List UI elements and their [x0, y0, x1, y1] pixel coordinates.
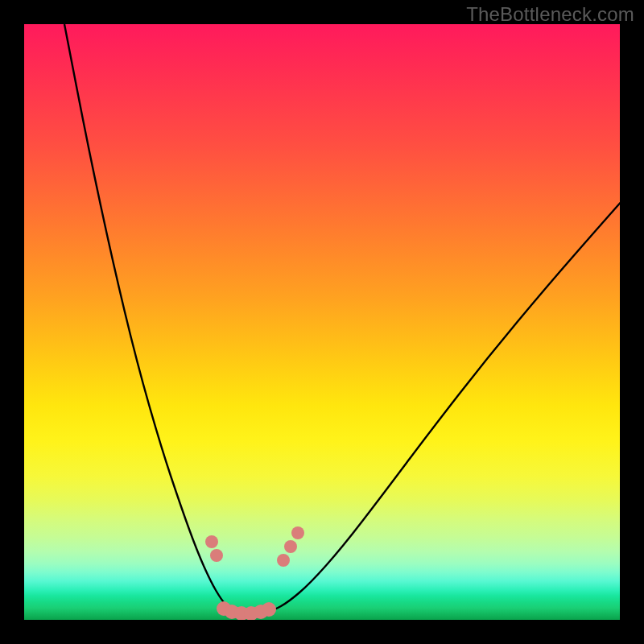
watermark-label: TheBottleneck.com — [466, 3, 634, 26]
curve-layer — [24, 24, 620, 620]
marker-dot — [210, 549, 223, 562]
marker-dot — [284, 540, 297, 553]
marker-group — [205, 526, 304, 620]
marker-dot — [262, 602, 276, 617]
marker-dot — [291, 526, 304, 539]
bottleneck-left-curve — [64, 24, 235, 612]
marker-dot — [205, 535, 218, 548]
plot-area — [24, 24, 620, 620]
bottleneck-right-curve — [266, 185, 620, 612]
marker-dot — [277, 554, 290, 567]
